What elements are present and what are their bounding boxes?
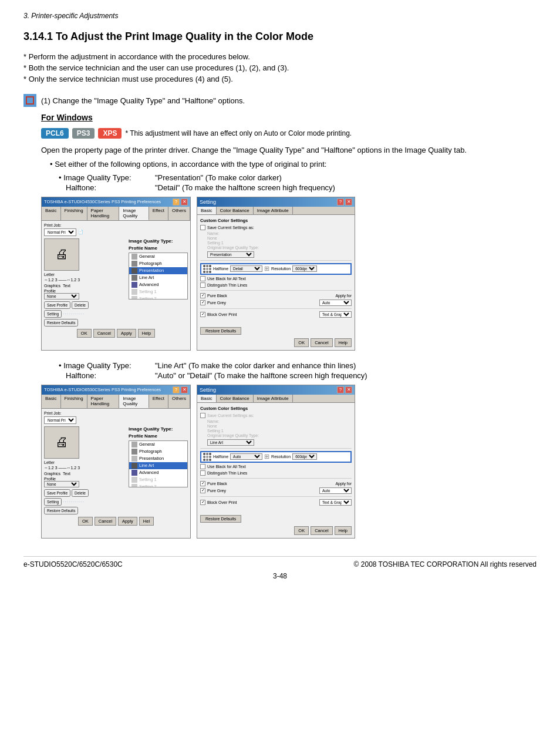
pure-grey-check-1[interactable] [200,300,205,305]
iq-list-2[interactable]: General Photograph Presentation [129,440,188,487]
printer-preview-2: 🖨 [44,426,79,459]
block-overprint-check-2[interactable] [200,500,205,505]
save-profile-btn[interactable]: Save Profile [44,301,70,309]
list-item-setting2-2[interactable]: Setting 2 [129,483,187,487]
stab-basic[interactable]: Basic [197,207,217,214]
close-btn[interactable]: ✕ [181,198,188,206]
delete-btn-2[interactable]: Delete [72,489,89,497]
list-item-lineart[interactable]: Line Art [129,274,187,281]
orig-iqtype-select-1[interactable]: Presentation [207,251,254,258]
list-item-setting1-2[interactable]: Setting 1 [129,476,187,483]
stab-attr[interactable]: Image Attribute [254,207,293,214]
tab-image-quality-2[interactable]: Image Quality [119,395,149,408]
stab-color[interactable]: Color Balance [217,207,254,214]
list-item-setting1[interactable]: Setting 1 [129,288,187,295]
help-btn-1[interactable]: Help [138,329,155,338]
help-btn-s1[interactable]: Help [335,338,352,347]
tab-effect[interactable]: Effect [149,207,168,220]
list-item-general-2[interactable]: General [129,441,187,448]
cancel-btn-1[interactable]: Cancel [93,329,115,338]
setting-titlebar-2: Setting ? ✕ [197,385,355,395]
restore-defaults-btn-s2[interactable]: Restore Defaults [200,515,241,523]
footer-right: © 2008 TOSHIBA TEC CORPORATION All right… [354,560,537,568]
save-current-check-2[interactable] [200,413,205,418]
restore-defaults-btn-1[interactable]: Restore Defaults [44,319,78,327]
ok-btn-1[interactable]: OK [77,329,92,338]
tab-effect-2[interactable]: Effect [149,395,168,408]
block-overprint-check-1[interactable] [200,312,205,317]
close-btn-2[interactable]: ✕ [181,386,188,393]
list-item-advanced-2[interactable]: Advanced [129,469,187,476]
ok-btn-s1[interactable]: OK [294,338,309,347]
stab-basic-2[interactable]: Basic [197,395,217,402]
minimize-btn-2[interactable]: ? [173,386,180,393]
setting-btn-1[interactable]: Setting [44,310,62,318]
resolution-select-1[interactable]: 600dps [292,265,317,272]
pure-black-check-1[interactable] [200,293,205,298]
tab-basic[interactable]: Basic [42,207,61,220]
bullet3-label: Halftone: [59,371,153,380]
setting-close-btn-2[interactable]: ✕ [345,386,352,393]
list-item-advanced[interactable]: Advanced [129,281,187,288]
resolution-select-2[interactable]: 600dps [292,453,317,460]
help-btn-s2[interactable]: Help [335,526,352,535]
halftone-select-1[interactable]: Detail [230,265,262,272]
tab-others[interactable]: Others [168,207,190,220]
help-btn-2[interactable]: Hel [139,517,154,526]
tab-finishing[interactable]: Finishing [61,207,87,220]
cancel-btn-2[interactable]: Cancel [95,517,116,526]
setting-body-2: Custom Color Settings Save Current Setti… [197,403,355,538]
list-item-photograph-2[interactable]: Photograph [129,448,187,455]
setting-help-btn-2[interactable]: ? [337,386,344,393]
save-current-check[interactable] [200,225,205,230]
halftone-select-2[interactable]: Auto [230,453,262,460]
apply-btn-1[interactable]: Apply [117,329,136,338]
pure-black-check-2[interactable] [200,481,205,486]
tab-finishing-2[interactable]: Finishing [61,395,87,408]
list-item-presentation[interactable]: Presentation [129,267,187,274]
pure-grey-check-2[interactable] [200,488,205,493]
setting-close-btn[interactable]: ✕ [345,198,352,206]
apply-select-2[interactable]: Text & Graphic [319,311,352,318]
tab-others-2[interactable]: Others [168,395,190,408]
ok-btn-2[interactable]: OK [78,517,93,526]
apply-select-1[interactable]: Auto [319,300,352,306]
minimize-btn[interactable]: ? [173,198,180,206]
list-item-setting2[interactable]: Setting 2 [129,295,187,300]
cancel-btn-s2[interactable]: Cancel [311,526,332,535]
list-item-lineart-2[interactable]: Line Art [129,462,187,469]
save-profile-btn-2[interactable]: Save Profile [44,489,70,497]
stab-color-2[interactable]: Color Balance [217,395,254,402]
ok-btn-s2[interactable]: OK [294,526,309,535]
profile-select-2[interactable]: None [44,481,79,487]
profile-select-1[interactable]: None [44,293,79,300]
tab-paper-2[interactable]: Paper Handling [87,395,120,408]
use-black-check-2[interactable] [200,464,205,469]
list-item-general[interactable]: General [129,253,187,260]
setting-help-btn[interactable]: ? [337,198,344,206]
setting-btn-2[interactable]: Setting [44,498,62,506]
distinguish-check-2[interactable] [200,470,205,476]
apply-btn-2[interactable]: Apply [118,517,137,526]
distinguish-check-1[interactable] [200,282,205,288]
restore-defaults-btn-2[interactable]: Restore Defaults [44,507,78,514]
tab-paper[interactable]: Paper Handling [87,207,120,220]
stab-attr-2[interactable]: Image Attribute [254,395,293,402]
cancel-btn-s1[interactable]: Cancel [311,338,332,347]
use-black-check-1[interactable] [200,276,205,281]
list-item-photograph[interactable]: Photograph [129,260,187,267]
left-panel-1: 🖨 Letter ↔1.2 3 ——↔1.2 3 Graphics Text P… [44,238,126,327]
screenshots-row-1: TOSHIBA e-STUDIO4530CSeries PS3 Printing… [41,197,537,351]
orig-iqtype-select-2[interactable]: Line Art [207,439,254,446]
delete-btn[interactable]: Delete [72,301,89,309]
tab-basic-2[interactable]: Basic [42,395,61,408]
list-item-presentation-2[interactable]: Presentation [129,455,187,462]
tab-image-quality[interactable]: Image Quality [119,207,149,220]
printjob-select-2[interactable]: Normal Print [44,416,76,424]
apply-select-4[interactable]: Text & Graphic [319,499,352,506]
dialog-body-1: Print Job: Normal Print 📄 🖨 Letter [42,221,190,340]
printjob-select[interactable]: Normal Print [44,228,76,236]
restore-defaults-btn-s1[interactable]: Restore Defaults [200,327,241,335]
apply-select-3[interactable]: Auto [319,487,352,494]
iq-list-1[interactable]: General Photograph Presentation [129,253,188,300]
